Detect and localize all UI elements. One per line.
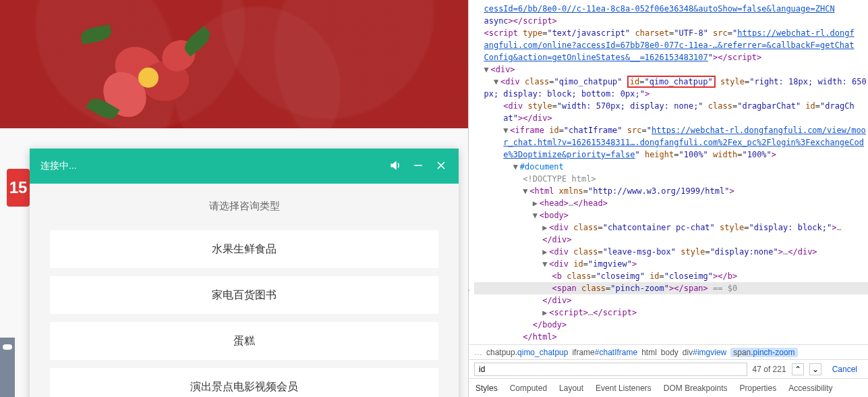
dom-line[interactable]: ▼<div> <box>474 63 868 76</box>
minimize-icon[interactable] <box>411 159 425 174</box>
dom-line[interactable]: px; display: block; bottom: 0px;"> <box>474 88 868 100</box>
crumb-item[interactable]: body <box>661 348 678 357</box>
tab-styles[interactable]: Styles <box>475 383 498 393</box>
dom-line[interactable]: ▼<html xmlns="http://www.w3.org/1999/htm… <box>474 185 868 197</box>
dom-line[interactable]: <b class="closeimg" id="closeimg"></b> <box>474 270 868 282</box>
tab-layout[interactable]: Layout <box>559 383 583 393</box>
search-input[interactable] <box>474 363 747 376</box>
crumb-item[interactable]: iframe#chatIframe <box>572 348 637 357</box>
dom-line[interactable]: ▼<body> <box>474 209 868 221</box>
tab-dom-breakpoints[interactable]: DOM Breakpoints <box>664 383 728 393</box>
chat-title: 连接中... <box>40 160 388 172</box>
dom-line[interactable]: e%3Doptimize&priority=false" height="100… <box>474 149 868 161</box>
chat-option-0[interactable]: 水果生鲜食品 <box>50 230 438 268</box>
dom-line[interactable]: <span class="pinch-zoom"></span> == $0 <box>474 282 868 294</box>
chat-option-2[interactable]: 蛋糕 <box>50 322 438 360</box>
dom-line[interactable]: ▼#document <box>474 161 868 173</box>
next-match-button[interactable]: ⌄ <box>809 363 821 375</box>
dom-line[interactable]: r_chat.html?v=162615348311….dongfangfuli… <box>474 136 868 149</box>
dom-line[interactable]: ▼<div id="imgview"> <box>474 258 868 270</box>
dom-line[interactable]: </div> <box>474 294 868 307</box>
banner-flower <box>81 20 229 128</box>
dom-line[interactable]: ▶<div class="chatcontainer pc-chat" styl… <box>474 221 868 234</box>
sound-icon[interactable] <box>388 159 402 174</box>
crumb-item[interactable]: chatpup.qimo_chatpup <box>486 348 568 357</box>
dom-line[interactable]: <script type="text/javascript" charset="… <box>474 27 868 39</box>
dom-line[interactable]: angfuli.com/online?accessId=67bb78e0-077… <box>474 39 868 51</box>
elements-tree[interactable]: cessId=6/bb/8e0-0//c-11ea-8c8a-052f06e36… <box>469 0 868 344</box>
tab-properties[interactable]: Properties <box>740 383 777 393</box>
dom-line[interactable]: ▼<iframe id="chatIframe" src="https://we… <box>474 124 868 136</box>
sidebar-stub <box>0 338 15 397</box>
crumb-item[interactable]: span.pinch-zoom <box>730 348 797 357</box>
close-icon[interactable] <box>434 159 448 174</box>
dom-line[interactable]: cessId=6/bb/8e0-0//c-11ea-8c8a-052f06e36… <box>474 3 868 15</box>
chat-option-3[interactable]: 演出景点电影视频会员 <box>50 368 438 397</box>
chat-body: 请选择咨询类型 水果生鲜食品 家电百货图书 蛋糕 演出景点电影视频会员 <box>30 184 459 397</box>
tab-event-listeners[interactable]: Event Listeners <box>596 383 652 393</box>
banner <box>0 0 468 128</box>
dom-line[interactable]: </div> <box>474 234 868 246</box>
chat-prompt: 请选择咨询类型 <box>50 193 438 222</box>
tab-computed[interactable]: Computed <box>510 383 547 393</box>
dom-line[interactable]: async></script> <box>474 15 868 27</box>
devtools-panel: cessId=6/bb/8e0-0//c-11ea-8c8a-052f06e36… <box>468 0 868 397</box>
chat-header[interactable]: 连接中... <box>30 149 459 184</box>
dom-line[interactable]: </body> <box>474 319 868 331</box>
dom-line[interactable]: ▼<div class="qimo_chatpup" id="qimo_chat… <box>474 76 868 88</box>
chat-popup: 连接中... 请选择咨询类型 水果生鲜食品 家电百货图书 蛋糕 演出景点电影视频… <box>30 149 459 397</box>
breadcrumb[interactable]: … chatpup.qimo_chatpupiframe#chatIframeh… <box>469 344 868 359</box>
crumb-item[interactable]: div#imgview <box>683 348 726 357</box>
chat-option-1[interactable]: 家电百货图书 <box>50 276 438 314</box>
page-preview: 15 连接中... 请选择咨询类型 水果生鲜食品 家电百货图书 蛋糕 演出景点电… <box>0 0 468 397</box>
dom-line[interactable]: <div style="width: 570px; display: none;… <box>474 100 868 112</box>
dom-line[interactable]: Config&action=getOnlineStates&__=1626153… <box>474 51 868 63</box>
crumb-prev[interactable]: … <box>474 348 482 357</box>
dom-line[interactable]: ▶<div class="leave-msg-box" style="displ… <box>474 246 868 258</box>
prev-match-button[interactable]: ⌃ <box>792 363 804 375</box>
cancel-button[interactable]: Cancel <box>827 365 863 374</box>
dom-line[interactable]: </html> <box>474 331 868 343</box>
search-bar: 47 of 221 ⌃ ⌄ Cancel <box>469 359 868 378</box>
badge-15: 15 <box>7 169 30 207</box>
styles-tabs: StylesComputedLayoutEvent ListenersDOM B… <box>469 378 868 397</box>
crumb-item[interactable]: html <box>641 348 657 357</box>
tab-accessibility[interactable]: Accessibility <box>788 383 832 393</box>
dom-line[interactable]: <!DOCTYPE html> <box>474 173 868 185</box>
dom-line[interactable]: ▶<script>…</script> <box>474 307 868 319</box>
dom-line[interactable]: at"></div> <box>474 112 868 124</box>
match-count: 47 of 221 <box>753 365 786 374</box>
dom-line[interactable]: ▶<head>…</head> <box>474 197 868 209</box>
